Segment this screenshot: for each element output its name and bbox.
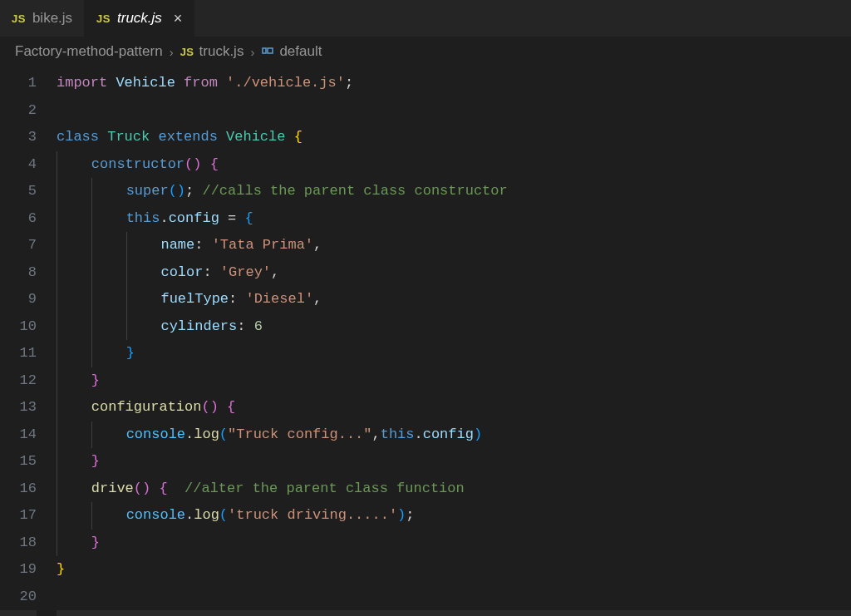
line-number: 16: [0, 476, 37, 503]
line-number: 19: [0, 556, 37, 584]
line-number: 2: [0, 97, 37, 125]
code-line: }: [57, 556, 851, 584]
code-line: class Truck extends Vehicle {: [57, 124, 851, 151]
tab-truck[interactable]: JS truck.js ×: [85, 0, 194, 37]
line-number: 6: [0, 205, 37, 233]
js-icon: JS: [96, 12, 111, 25]
code-line: fuelType: 'Diesel',: [57, 286, 851, 313]
code-area[interactable]: import Vehicle from './vehicle.js'; clas…: [57, 70, 851, 616]
tab-bar: JS bike.js JS truck.js ×: [0, 0, 851, 37]
code-line: [57, 97, 851, 125]
breadcrumb-folder[interactable]: Factory-method-pattern: [15, 43, 163, 60]
line-number: 21: [0, 610, 37, 616]
line-number: 11: [0, 340, 37, 367]
code-line: color: 'Grey',: [57, 259, 851, 287]
breadcrumb-file-label: truck.js: [199, 43, 244, 60]
code-line: export default Truck;: [57, 610, 851, 616]
code-line: }: [57, 340, 851, 367]
tab-label: bike.js: [32, 10, 72, 27]
line-number: 9: [0, 286, 37, 313]
chevron-right-icon: ›: [250, 45, 254, 59]
line-number: 20: [0, 584, 37, 611]
code-line: console.log("Truck config...",this.confi…: [57, 421, 851, 449]
code-line: drive() { //alter the parent class funct…: [57, 476, 851, 503]
line-gutter: 1 2 3 4 5 6 7 8 9 10 11 12 13 14 15 16 1…: [0, 70, 57, 616]
breadcrumb-symbol[interactable]: default: [261, 43, 322, 60]
line-number: 15: [0, 448, 37, 476]
code-line: constructor() {: [57, 151, 851, 179]
close-icon[interactable]: ×: [174, 10, 183, 27]
line-number: 17: [0, 502, 37, 530]
tab-label: truck.js: [117, 10, 162, 27]
line-number: 1: [0, 70, 37, 97]
js-icon: JS: [180, 46, 194, 58]
code-line: }: [57, 367, 851, 395]
line-number: 18: [0, 530, 37, 557]
code-line: }: [57, 448, 851, 476]
code-line: cylinders: 6: [57, 313, 851, 341]
code-line: import Vehicle from './vehicle.js';: [57, 70, 851, 97]
svg-rect-0: [263, 48, 266, 53]
line-number: 12: [0, 367, 37, 395]
symbol-icon: [261, 44, 274, 60]
line-number: 14: [0, 421, 37, 449]
line-number: 3: [0, 124, 37, 151]
code-line: [57, 584, 851, 611]
line-number: 7: [0, 232, 37, 259]
breadcrumb-file[interactable]: JS truck.js: [180, 43, 244, 60]
line-number: 8: [0, 259, 37, 287]
line-number: 10: [0, 313, 37, 341]
line-number: 4: [0, 151, 37, 179]
code-line: this.config = {: [57, 205, 851, 233]
code-line: }: [57, 530, 851, 557]
tab-bike[interactable]: JS bike.js: [0, 0, 85, 37]
code-line: configuration() {: [57, 394, 851, 421]
line-number: 5: [0, 178, 37, 205]
js-icon: JS: [12, 12, 26, 25]
line-number: 13: [0, 394, 37, 421]
breadcrumb-symbol-label: default: [279, 43, 322, 60]
chevron-right-icon: ›: [170, 45, 174, 59]
code-line: super(); //calls the parent class constr…: [57, 178, 851, 205]
code-line: console.log('truck driving.....');: [57, 502, 851, 530]
code-line: name: 'Tata Prima',: [57, 232, 851, 259]
code-editor[interactable]: 1 2 3 4 5 6 7 8 9 10 11 12 13 14 15 16 1…: [0, 67, 851, 616]
breadcrumb: Factory-method-pattern › JS truck.js › d…: [0, 37, 851, 67]
svg-rect-1: [268, 48, 273, 53]
